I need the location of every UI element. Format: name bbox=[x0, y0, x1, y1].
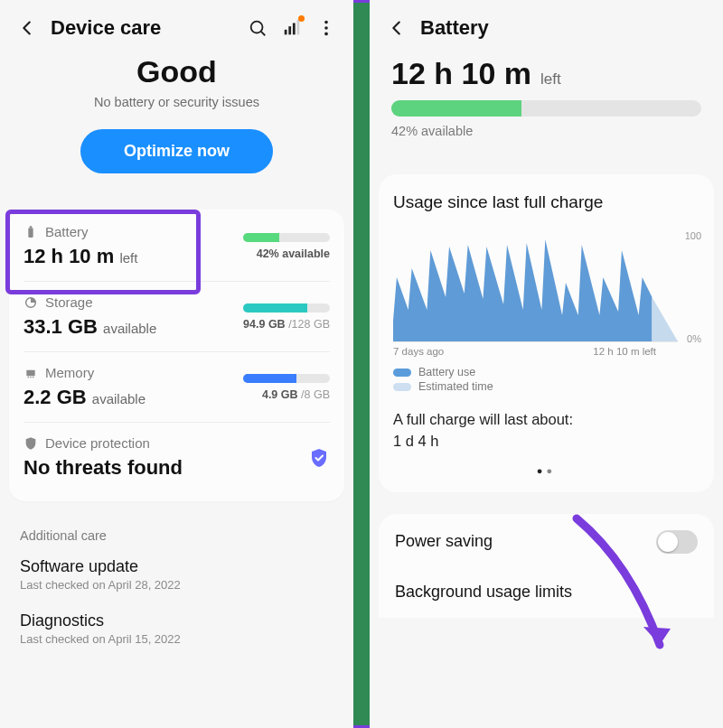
legend-swatch-est bbox=[393, 383, 411, 391]
svg-line-1 bbox=[261, 32, 265, 35]
storage-used: 94.9 GB bbox=[243, 318, 286, 331]
header-bar: Device care bbox=[0, 0, 353, 49]
storage-value: 33.1 GB bbox=[23, 315, 98, 338]
memory-icon bbox=[23, 366, 38, 380]
svg-rect-12 bbox=[26, 369, 34, 376]
diagnostics-title: Diagnostics bbox=[20, 611, 333, 630]
battery-available: 42% available bbox=[391, 124, 701, 138]
svg-rect-3 bbox=[288, 26, 291, 34]
optimize-button[interactable]: Optimize now bbox=[80, 129, 273, 173]
search-icon[interactable] bbox=[247, 17, 268, 39]
header-bar: Battery bbox=[370, 0, 723, 49]
battery-bar bbox=[243, 233, 330, 242]
page-indicator[interactable]: ●● bbox=[393, 465, 700, 476]
svg-point-8 bbox=[324, 33, 328, 36]
svg-point-7 bbox=[324, 26, 328, 30]
back-icon[interactable] bbox=[16, 17, 38, 39]
diagnostics-sub: Last checked on April 15, 2022 bbox=[20, 632, 333, 646]
screen-battery: Battery 12 h 10 m left 42% available Usa… bbox=[370, 0, 723, 728]
x-axis-left: 7 days ago bbox=[393, 346, 444, 357]
bg-limits-label: Background usage limits bbox=[395, 583, 572, 602]
memory-value: 2.2 GB bbox=[23, 386, 87, 408]
battery-progress-bar bbox=[391, 100, 701, 117]
power-saving-label: Power saving bbox=[395, 532, 493, 551]
protection-row[interactable]: Device protection No threats found bbox=[23, 423, 330, 492]
battery-time-value: 12 h 10 m bbox=[391, 56, 531, 91]
legend-swatch-use bbox=[393, 369, 411, 377]
battery-time-unit: left bbox=[119, 250, 137, 266]
svg-point-0 bbox=[251, 22, 263, 33]
shield-icon bbox=[23, 436, 38, 451]
memory-used: 4.9 GB bbox=[262, 388, 298, 401]
svg-rect-2 bbox=[285, 30, 287, 35]
screen-device-care: Device care Good No battery or security … bbox=[0, 0, 353, 728]
protection-label: Device protection bbox=[45, 435, 150, 451]
power-saving-toggle[interactable] bbox=[656, 530, 698, 554]
svg-rect-14 bbox=[30, 377, 31, 378]
additional-care-header: Additional care bbox=[0, 509, 353, 548]
legend-use: Battery use bbox=[418, 366, 475, 378]
back-icon[interactable] bbox=[386, 17, 408, 39]
page-title: Battery bbox=[420, 16, 489, 40]
battery-summary: 12 h 10 m left 42% available bbox=[370, 49, 723, 147]
page-title: Device care bbox=[51, 16, 161, 40]
software-update-sub: Last checked on April 28, 2022 bbox=[20, 578, 333, 592]
usage-chart-svg bbox=[393, 234, 678, 342]
full-charge-lead: A full charge will last about: bbox=[393, 409, 700, 431]
memory-total: /8 GB bbox=[301, 388, 330, 401]
status-heading: Good bbox=[18, 54, 335, 89]
battery-label: Battery bbox=[45, 224, 89, 239]
full-charge-value: 1 d 4 h bbox=[393, 431, 700, 453]
shield-check-icon bbox=[308, 447, 330, 469]
protection-value: No threats found bbox=[23, 456, 183, 479]
storage-bar bbox=[243, 303, 330, 313]
usage-title: Usage since last full charge bbox=[393, 192, 700, 212]
usage-card: Usage since last full charge 100 0% 7 da… bbox=[379, 174, 714, 492]
battery-time: 12 h 10 m bbox=[23, 245, 114, 267]
metrics-card: Battery 12 h 10 m left 42% available bbox=[9, 210, 344, 501]
more-icon[interactable] bbox=[315, 17, 337, 39]
software-update-item[interactable]: Software update Last checked on April 28… bbox=[0, 548, 353, 602]
legend-est: Estimated time bbox=[418, 380, 493, 393]
x-axis-right: 12 h 10 m left bbox=[593, 346, 656, 357]
signal-icon[interactable] bbox=[281, 17, 303, 39]
battery-pct: 42% available bbox=[257, 247, 330, 260]
battery-time-unit: left bbox=[540, 70, 561, 89]
storage-label: Storage bbox=[45, 294, 93, 310]
svg-point-6 bbox=[324, 21, 328, 24]
storage-icon bbox=[23, 295, 38, 310]
battery-row[interactable]: Battery 12 h 10 m left 42% available bbox=[23, 211, 330, 282]
y-axis-bot: 0% bbox=[687, 333, 701, 344]
memory-unit: available bbox=[92, 391, 146, 406]
svg-rect-4 bbox=[293, 23, 296, 35]
status-hero: Good No battery or security issues Optim… bbox=[0, 49, 353, 193]
notification-dot-icon bbox=[298, 15, 305, 22]
memory-label: Memory bbox=[45, 365, 94, 380]
usage-chart[interactable]: 100 0% 7 days ago 12 h 10 m left bbox=[393, 234, 700, 357]
software-update-title: Software update bbox=[20, 557, 333, 576]
svg-rect-13 bbox=[28, 377, 29, 378]
battery-icon bbox=[23, 225, 38, 239]
chart-legend: Battery use Estimated time bbox=[393, 366, 700, 393]
diagnostics-item[interactable]: Diagnostics Last checked on April 15, 20… bbox=[0, 602, 353, 657]
storage-unit: available bbox=[103, 321, 156, 336]
y-axis-top: 100 bbox=[685, 230, 701, 241]
full-charge-text: A full charge will last about: 1 d 4 h bbox=[393, 409, 700, 453]
memory-row[interactable]: Memory 2.2 GB available 4.9 GB /8 GB bbox=[23, 352, 330, 423]
bg-limits-row[interactable]: Background usage limits bbox=[379, 570, 714, 618]
svg-rect-5 bbox=[297, 20, 300, 35]
svg-rect-10 bbox=[30, 226, 33, 228]
svg-rect-15 bbox=[33, 377, 33, 378]
storage-row[interactable]: Storage 33.1 GB available 94.9 GB /128 G… bbox=[23, 282, 330, 352]
status-sub: No battery or security issues bbox=[18, 95, 335, 109]
memory-bar bbox=[243, 374, 330, 383]
storage-total: /128 GB bbox=[288, 318, 330, 331]
svg-rect-9 bbox=[28, 228, 33, 238]
power-saving-row[interactable]: Power saving bbox=[379, 514, 714, 570]
